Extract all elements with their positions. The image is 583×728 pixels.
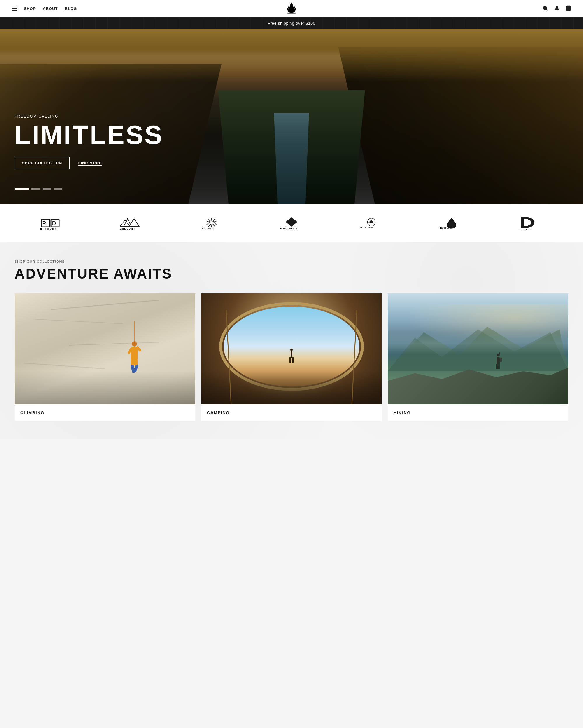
nav-logo[interactable] (286, 1, 297, 17)
hero-buttons: SHOP COLLECTION FIND MORE (15, 157, 164, 169)
collection-card-camping[interactable]: CAMPING (201, 293, 382, 421)
collection-category-climbing: CLIMBING (20, 410, 45, 415)
brand-hydrapak[interactable]: HydraPak (440, 216, 463, 230)
collections-label: SHOP OUR COLLECTIONS (15, 260, 568, 263)
svg-point-3 (556, 6, 558, 8)
find-more-button[interactable]: FIND MORE (78, 161, 102, 165)
logo-icon (286, 1, 297, 16)
collections-grid: CLIMBING (15, 293, 568, 421)
navigation: SHOP ABOUT BLOG (0, 0, 583, 18)
collection-card-hiking[interactable]: HIKING (388, 293, 568, 421)
collection-card-climbing[interactable]: CLIMBING (15, 293, 195, 421)
collection-footer-hiking: HIKING (388, 404, 568, 421)
svg-point-0 (287, 12, 296, 14)
nav-left: SHOP ABOUT BLOG (12, 6, 77, 11)
brand-ortovox[interactable]: R D ORTOVOX (40, 216, 63, 230)
collection-footer-climbing: CLIMBING (15, 404, 195, 421)
brands-section: R D ORTOVOX GREGORY (0, 204, 583, 242)
brand-salewa[interactable]: SALEWA (200, 216, 223, 230)
collections-section: SHOP OUR COLLECTIONS ADVENTURE AWAITS (0, 242, 583, 439)
svg-text:LA SPORTIVA: LA SPORTIVA (360, 227, 374, 228)
search-icon[interactable] (542, 5, 548, 12)
collection-footer-camping: CAMPING (201, 404, 382, 421)
brand-deuter[interactable]: deuter (520, 216, 543, 230)
hero-section: FREEDOM CALLING LIMITLESS SHOP COLLECTIO… (0, 29, 583, 204)
gregory-logo: GREGORY (120, 216, 143, 230)
svg-text:Black Diamond: Black Diamond (280, 227, 298, 229)
hamburger-menu-button[interactable] (12, 7, 17, 11)
hero-dot-1[interactable] (15, 188, 29, 189)
hero-subtitle: FREEDOM CALLING (15, 114, 164, 119)
hero-title: LIMITLESS (15, 122, 164, 148)
cart-icon[interactable] (565, 5, 571, 12)
account-icon[interactable] (554, 5, 560, 12)
hero-dot-2[interactable] (31, 188, 40, 189)
collection-image-hiking (388, 293, 568, 404)
brand-lasportiva[interactable]: LA SPORTIVA (360, 216, 383, 230)
svg-text:GREGORY: GREGORY (120, 228, 135, 230)
svg-marker-15 (286, 217, 297, 227)
svg-text:R: R (42, 220, 46, 226)
announcement-bar: Free shipping over $100 (0, 18, 583, 29)
nav-shop-link[interactable]: SHOP (24, 6, 36, 11)
announcement-text: Free shipping over $100 (268, 21, 315, 26)
nav-right (542, 5, 571, 12)
svg-rect-22 (521, 217, 524, 228)
svg-text:SALEWA: SALEWA (202, 227, 213, 230)
collection-image-camping (201, 293, 382, 404)
deuter-logo: deuter (520, 216, 543, 230)
svg-marker-11 (129, 218, 140, 226)
hero-dot-4[interactable] (54, 188, 62, 189)
hero-dot-3[interactable] (43, 188, 51, 189)
brands-row: R D ORTOVOX GREGORY (15, 216, 568, 230)
brand-gregory[interactable]: GREGORY (120, 216, 143, 230)
svg-text:ORTOVOX: ORTOVOX (40, 228, 57, 230)
hydrapak-logo: HydraPak (440, 216, 463, 230)
svg-text:deuter: deuter (520, 229, 531, 231)
svg-text:HydraPak: HydraPak (440, 226, 453, 229)
ortovox-logo: R D ORTOVOX (40, 216, 63, 230)
collection-image-climbing (15, 293, 195, 404)
shop-collection-button[interactable]: SHOP COLLECTION (15, 157, 70, 169)
nav-blog-link[interactable]: BLOG (65, 6, 77, 11)
svg-line-2 (546, 9, 548, 10)
collection-category-camping: CAMPING (207, 410, 230, 415)
collection-category-hiking: HIKING (393, 410, 411, 415)
collections-title: ADVENTURE AWAITS (15, 266, 568, 282)
svg-point-1 (543, 6, 547, 10)
salewa-logo: SALEWA (200, 216, 223, 230)
brand-blackdiamond[interactable]: Black Diamond (280, 216, 303, 230)
nav-about-link[interactable]: ABOUT (43, 6, 58, 11)
lasportiva-logo: LA SPORTIVA (360, 216, 383, 230)
svg-text:D: D (52, 220, 56, 226)
blackdiamond-logo: Black Diamond (280, 216, 303, 230)
hero-content: FREEDOM CALLING LIMITLESS SHOP COLLECTIO… (15, 114, 164, 169)
hero-dots (15, 188, 62, 189)
